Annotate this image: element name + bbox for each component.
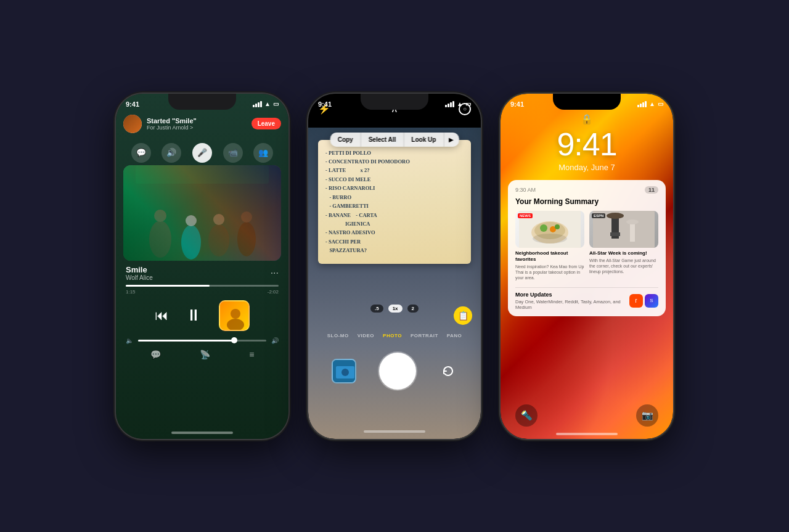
lock-icon: 🔒 (581, 113, 593, 125)
photo-thumbnail[interactable] (332, 359, 356, 383)
flip-camera-button[interactable] (439, 362, 457, 380)
signal-icon-2 (445, 101, 454, 107)
avatar-image (123, 115, 142, 133)
time-current: 1:15 (126, 289, 136, 295)
progress-fill (126, 285, 210, 287)
bar1c (637, 105, 639, 107)
bar2c (640, 104, 642, 107)
facetime-bar: Started "Smile" For Justin Arnold > Leav… (116, 111, 288, 137)
shutter-row (308, 353, 481, 390)
progress-track (126, 285, 279, 287)
grocery-note: - PETTI DI POLLO - CONCENTRATO DI POMODO… (318, 140, 471, 264)
mode-video[interactable]: VIDEO (358, 333, 374, 338)
lyrics-button[interactable]: 💬 (150, 350, 161, 359)
menu-more-arrow[interactable]: ▶ (444, 133, 459, 147)
news-headline-1: Neighborhood takeout favorites (515, 250, 584, 263)
shutter-button[interactable] (379, 353, 416, 390)
news-card-2[interactable]: ESPN All-Star Week is coming! With the A… (589, 211, 658, 281)
mode-photo[interactable]: PHOTO (383, 333, 402, 338)
phone-1-screen: 9:41 ▲ ▭ Started "Smile" For Justin (116, 94, 288, 439)
flashlight-button[interactable]: 🔦 (515, 404, 538, 427)
album-art (123, 165, 281, 261)
signal-icon-3 (637, 101, 647, 107)
leave-button[interactable]: Leave (251, 118, 281, 129)
mode-portrait[interactable]: PORTRAIT (411, 333, 438, 338)
home-bar-1 (171, 432, 233, 434)
playback-controls: ⏮ ⏸ (116, 300, 288, 331)
chat-button[interactable]: 💬 (131, 143, 151, 163)
live-text-icon: 📋 (458, 311, 468, 321)
status-bar-2: 9:41 ▲ ▭ (308, 94, 481, 111)
speaker-button[interactable]: 🔊 (161, 143, 181, 163)
mic-button[interactable]: 🎤 (192, 143, 212, 163)
pip-video[interactable] (219, 300, 250, 331)
queue-button[interactable]: ≡ (249, 350, 254, 359)
lockscreen-bottom-row: 🔦 📷 (501, 404, 673, 427)
volume-slider[interactable]: 🔈 🔊 (126, 337, 279, 344)
call-controls: 💬 🔊 🎤 📹 👥 (116, 139, 288, 166)
battery-icon: ▭ (273, 100, 279, 107)
album-overlay (123, 165, 281, 261)
morning-summary-notification[interactable]: 9:30 AM 11 Your Morning Summary NEWS (508, 180, 666, 316)
video-button[interactable]: 📹 (223, 143, 243, 163)
bar4c (645, 101, 647, 107)
flashlight-icon: 🔦 (521, 410, 533, 421)
bar2b (448, 104, 449, 107)
pause-button[interactable]: ⏸ (186, 306, 202, 325)
signal-icon (253, 101, 262, 107)
lockscreen-date: Monday, June 7 (501, 163, 673, 172)
note-content: - PETTI DI POLLO - CONCENTRATO DI POMODO… (325, 149, 464, 255)
news-headline-2: All-Star Week is coming! (589, 250, 658, 256)
svg-point-22 (555, 224, 560, 229)
notif-time: 9:30 AM (515, 187, 536, 193)
news-desc-2: With the All-Star Game just around the c… (589, 258, 658, 274)
volume-thumb (231, 337, 237, 343)
bar3 (258, 102, 260, 107)
status-icons-2: ▲ ▭ (445, 100, 471, 107)
svg-rect-26 (610, 232, 620, 236)
volume-high-icon: 🔊 (271, 337, 279, 344)
select-all-menu-item[interactable]: Select All (361, 133, 404, 147)
mode-slomo[interactable]: SLO-MO (327, 333, 349, 338)
phone-2: 9:41 ▲ ▭ ⚡ ∧ ○ (308, 94, 481, 439)
phone-1: 9:41 ▲ ▭ Started "Smile" For Justin (116, 94, 288, 439)
status-time-3: 9:41 (510, 100, 524, 108)
airplay-button[interactable]: 📡 (200, 350, 210, 359)
news-badge-1: NEWS (518, 213, 533, 218)
flip-icon (441, 364, 455, 378)
more-options-button[interactable]: ··· (271, 268, 279, 279)
camera-button[interactable]: 📷 (636, 404, 658, 427)
wifi-icon-3: ▲ (649, 100, 655, 107)
wifi-icon-2: ▲ (457, 100, 463, 107)
news-badge-2: ESPN (592, 213, 605, 218)
zoom-0.5[interactable]: .5 (370, 305, 383, 313)
progress-bar[interactable]: 1:15 -2:02 (126, 285, 279, 295)
status-time-2: 9:41 (318, 100, 332, 108)
avatar (123, 115, 142, 133)
bar3b (450, 102, 452, 107)
look-up-menu-item[interactable]: Look Up (404, 133, 444, 147)
people-button[interactable]: 👥 (253, 143, 273, 163)
zoom-1x[interactable]: 1x (388, 305, 403, 313)
svg-point-29 (626, 219, 639, 224)
medium-icon: S (645, 294, 658, 308)
home-bar-2 (364, 430, 425, 433)
more-apps-list: Day One, WaterMinder, Reddit, Tasty, Ama… (515, 299, 629, 310)
more-updates-info: More Updates Day One, WaterMinder, Reddi… (515, 292, 629, 310)
rewind-button[interactable]: ⏮ (155, 308, 168, 324)
song-artist: Wolf Alice (126, 274, 153, 281)
zoom-2x[interactable]: 2 (407, 305, 419, 313)
bar1 (253, 105, 255, 107)
mode-pano[interactable]: PANO (447, 333, 462, 338)
home-bar-3 (556, 433, 618, 435)
news-desc-1: Need inspiration? Kea Mao from Up Thai i… (515, 264, 584, 280)
live-text-button[interactable]: 📋 (454, 306, 472, 325)
copy-menu-item[interactable]: Copy (330, 133, 361, 147)
call-info: Started "Smile" For Justin Arnold > (147, 117, 247, 131)
bar1b (445, 105, 447, 107)
svg-point-12 (231, 309, 240, 319)
thumb-image (333, 360, 356, 383)
notif-badge: 11 (645, 186, 658, 194)
news-card-1[interactable]: NEWS Neighborhood takeout favorites Ne (515, 211, 584, 281)
svg-point-20 (540, 224, 547, 232)
